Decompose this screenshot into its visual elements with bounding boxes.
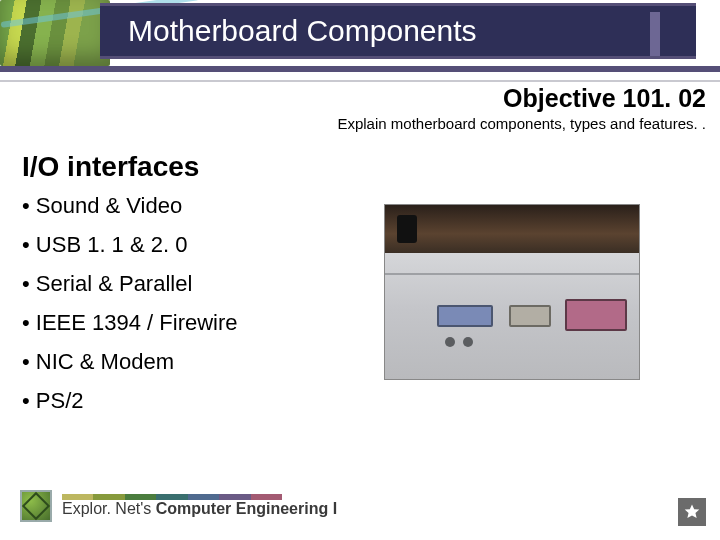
photo-mid-port	[509, 305, 551, 327]
explornet-logo-icon	[20, 490, 52, 522]
footer-brand-b: Computer Engineering I	[156, 500, 337, 517]
title-bar: Motherboard Components	[100, 3, 696, 59]
photo-parallel-port	[565, 299, 627, 331]
bullet-list: • Sound & Video • USB 1. 1 & 2. 0 • Seri…	[22, 195, 362, 429]
footer-brand-text: Explor. Net's Computer Engineering I	[62, 500, 337, 518]
list-item: • IEEE 1394 / Firewire	[22, 312, 362, 334]
photo-small-port	[445, 337, 455, 347]
continue-badge[interactable]	[678, 498, 706, 526]
footer-brand-a: Explor. Net's	[62, 500, 156, 517]
header: Motherboard Components	[0, 0, 720, 68]
photo-seam	[385, 273, 639, 275]
list-item: • Sound & Video	[22, 195, 362, 217]
list-item: • Serial & Parallel	[22, 273, 362, 295]
io-ports-photo	[384, 204, 640, 380]
slide-title: Motherboard Components	[128, 14, 477, 48]
objective-label: Objective 101. 02	[337, 84, 706, 113]
list-item: • USB 1. 1 & 2. 0	[22, 234, 362, 256]
section-heading: I/O interfaces	[22, 151, 199, 183]
title-accent-bar	[650, 12, 660, 56]
header-decorative-image	[0, 0, 110, 66]
slide: Motherboard Components Objective 101. 02…	[0, 0, 720, 540]
photo-vga-port	[437, 305, 493, 327]
header-underline	[0, 66, 720, 72]
footer-text-block: Explor. Net's Computer Engineering I	[62, 494, 337, 518]
footer: Explor. Net's Computer Engineering I	[20, 490, 337, 522]
objective-block: Objective 101. 02 Explain motherboard co…	[337, 84, 706, 132]
photo-small-port	[463, 337, 473, 347]
divider-line	[0, 80, 720, 82]
objective-description: Explain motherboard components, types an…	[337, 115, 706, 132]
star-icon	[683, 503, 701, 521]
list-item: • NIC & Modem	[22, 351, 362, 373]
list-item: • PS/2	[22, 390, 362, 412]
photo-background	[385, 205, 639, 253]
